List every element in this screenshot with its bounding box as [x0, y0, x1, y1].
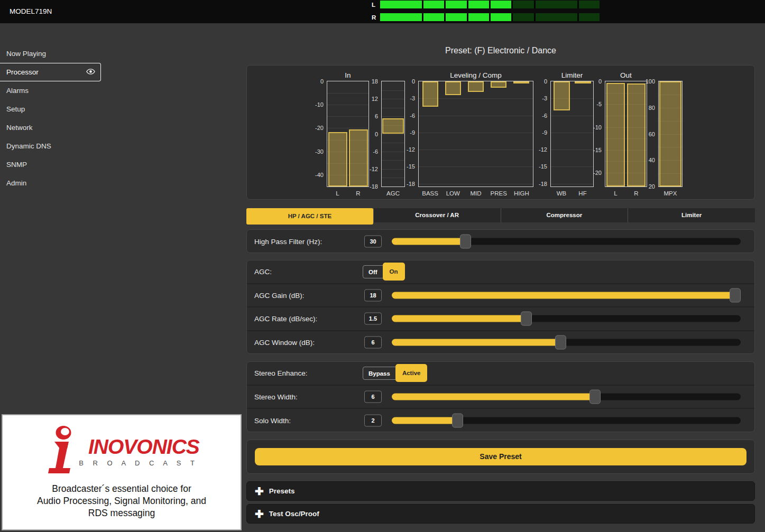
slider-solo-width[interactable] — [392, 417, 741, 424]
slider-fill — [392, 315, 526, 322]
tab-limiter[interactable]: Limiter — [628, 208, 755, 222]
slider-thumb[interactable] — [521, 312, 532, 326]
sidebar-item-snmp[interactable]: SNMP — [0, 155, 101, 174]
slider-agc-gain-db[interactable] — [392, 292, 741, 298]
axis-tick-label: -12 — [397, 146, 415, 153]
presets-expander-label: Presets — [269, 487, 295, 495]
toggle-option-bypass[interactable]: Bypass — [363, 367, 396, 380]
tab-compressor[interactable]: Compressor — [501, 208, 628, 222]
value-box-agc-window-db[interactable]: 6 — [364, 336, 382, 348]
meter-segment-dim — [579, 1, 600, 8]
eye-icon — [86, 68, 95, 77]
level-meter-row-r: R — [372, 13, 600, 21]
control-row-agc: AGC:OffOn — [247, 260, 754, 284]
slider-thumb[interactable] — [460, 234, 471, 248]
slider-high-pass-filter-hz[interactable] — [392, 238, 741, 245]
sidebar-item-setup[interactable]: Setup — [0, 100, 101, 118]
axis-tick-label: -20 — [584, 170, 602, 176]
level-meter-channel-label: R — [372, 14, 380, 21]
meter-segment-lit — [423, 1, 444, 8]
plus-icon: ✚ — [255, 486, 264, 497]
sidebar-item-label: Setup — [6, 105, 25, 113]
sidebar-item-dynamic-dns[interactable]: Dynamic DNS — [0, 137, 101, 155]
slider-agc-window-db[interactable] — [392, 339, 741, 346]
meter-bar-mpx — [659, 81, 681, 186]
slider-fill — [392, 394, 595, 400]
meter-bar-pres — [491, 81, 506, 88]
level-meter-r — [380, 13, 600, 21]
control-label: Solo Width: — [254, 416, 291, 424]
slider-agc-rate-db-sec[interactable] — [392, 315, 741, 322]
level-meter-channel-label: L — [372, 2, 380, 8]
save-preset-button[interactable]: Save Preset — [255, 448, 746, 465]
axis-tick-label: -6 — [397, 113, 415, 119]
test-osc-proof-expander[interactable]: ✚ Test Osc/Proof — [246, 504, 755, 524]
sidebar-item-alarms[interactable]: Alarms — [0, 81, 101, 100]
gridline — [551, 116, 593, 116]
meter-bar-axis-label: R — [621, 190, 652, 197]
sidebar-item-network[interactable]: Network — [0, 118, 101, 137]
tab-hp-agc-ste[interactable]: HP / AGC / STE — [246, 208, 373, 225]
value-box-stereo-width[interactable]: 6 — [364, 391, 382, 403]
meter-mpx — [658, 81, 683, 187]
gridline — [327, 105, 368, 105]
tab-crossover-ar[interactable]: Crossover / AR — [373, 208, 501, 222]
axis-tick-label: 0 — [397, 78, 415, 85]
gridline — [551, 166, 593, 167]
gridline — [551, 133, 593, 133]
sidebar-item-label: Alarms — [6, 87, 29, 95]
topbar: MODEL719N LR — [0, 0, 765, 23]
meter-bar-wb — [554, 81, 570, 110]
gridline — [327, 128, 368, 128]
axis-tick-label: -18 — [397, 181, 415, 187]
axis-tick-label: -18 — [360, 183, 378, 190]
axis-tick-label: -15 — [529, 163, 547, 170]
tagline-line-3: RDS messaging — [3, 507, 241, 519]
slider-thumb[interactable] — [452, 413, 463, 427]
meter-bar-axis-label: R — [343, 190, 374, 197]
slider-thumb[interactable] — [555, 335, 566, 349]
slider-thumb[interactable] — [730, 288, 741, 302]
sidebar-item-admin[interactable]: Admin — [0, 174, 101, 192]
value-box-solo-width[interactable]: 2 — [364, 414, 382, 426]
value-box-agc-gain-db[interactable]: 18 — [364, 289, 382, 301]
value-box-high-pass-filter-hz[interactable]: 30 — [364, 235, 382, 247]
presets-expander[interactable]: ✚ Presets — [246, 481, 755, 501]
meter-bar-l — [606, 83, 625, 186]
test-osc-proof-expander-label: Test Osc/Proof — [269, 510, 319, 518]
sidebar-item-label: Network — [6, 124, 33, 132]
slider-thumb[interactable] — [589, 390, 601, 404]
control-label: AGC Rate (dB/sec): — [254, 315, 317, 323]
meter-bar-high — [513, 81, 529, 83]
gridline — [551, 184, 593, 184]
meter-segment-lit — [380, 13, 422, 21]
agc-panel: AGC:OffOnAGC Gain (dB):18AGC Rate (dB/se… — [246, 260, 755, 354]
axis-tick-label: 20 — [637, 183, 655, 190]
meter-bar-low — [445, 81, 461, 95]
value-box-agc-rate-db-sec[interactable]: 1.5 — [364, 313, 382, 325]
sidebar-item-processor[interactable]: Processor — [0, 63, 101, 81]
control-label: AGC Gain (dB): — [254, 291, 305, 299]
axis-tick-label: -10 — [306, 101, 324, 108]
axis-tick-label: 100 — [637, 78, 655, 85]
meter-segment-dim — [536, 1, 577, 8]
sidebar-item-label: SNMP — [6, 161, 27, 169]
axis-tick-label: 12 — [360, 96, 378, 102]
meter-bar-axis-label: MPX — [655, 190, 686, 197]
meter-segment-lit — [468, 13, 489, 21]
slider-fill — [392, 238, 465, 245]
gridline — [419, 150, 533, 150]
meter-bar-bass — [422, 81, 438, 107]
toggle-option-active[interactable]: Active — [395, 364, 428, 382]
sidebar-item-now-playing[interactable]: Now Playing — [0, 44, 101, 63]
gridline — [419, 133, 533, 133]
toggle-option-on[interactable]: On — [383, 263, 405, 281]
slider-stereo-width[interactable] — [392, 394, 741, 400]
toggle-option-off[interactable]: Off — [363, 265, 383, 278]
control-label: AGC Window (dB): — [254, 338, 315, 346]
axis-tick-label: -3 — [397, 95, 415, 101]
meter-segment-dim — [536, 13, 577, 21]
inovonics-logo-card: INOVONICS B R O A D C A S T Broadcaster´… — [2, 414, 242, 530]
gridline — [419, 166, 533, 167]
stereo-enhancetoggle: BypassActive — [363, 364, 427, 382]
